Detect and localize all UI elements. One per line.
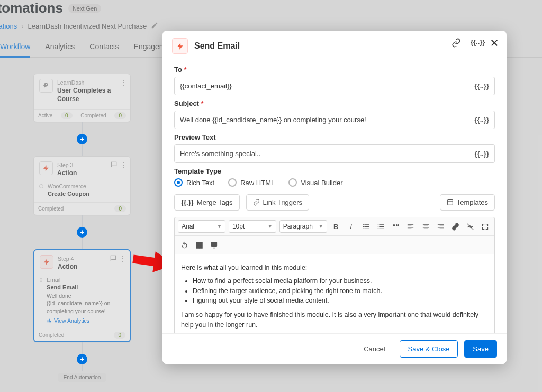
align-center-icon[interactable] [420,220,431,233]
template-type-label: Template Type [174,167,495,175]
body-para: I am so happy for you to have finished t… [181,310,488,330]
modal-title: Send Email [194,41,240,51]
to-label: To * [174,66,495,74]
svg-rect-2 [447,200,453,205]
to-input[interactable] [174,77,469,95]
font-size-select[interactable]: 10pt▼ [229,220,276,233]
table-icon[interactable] [193,239,205,251]
preview-text-input[interactable] [174,144,469,163]
subject-label: Subject * [174,99,495,107]
radio-raw-html[interactable]: Raw HTML [228,178,275,187]
radio-rich-text[interactable]: Rich Text [174,178,214,187]
merge-tags-button[interactable]: {{..}} [469,144,495,163]
link-icon[interactable] [449,220,461,233]
merge-tags-icon[interactable]: {{..}} [471,38,480,48]
cancel-button[interactable]: Cancel [356,340,393,358]
add-step-button[interactable]: + [77,354,87,364]
block-type-select[interactable]: Paragraph▼ [279,220,327,233]
quote-icon[interactable]: ““ [390,220,402,233]
modal-header: Send Email {{..}} [162,31,507,61]
fullscreen-icon[interactable] [480,220,491,233]
add-step-button[interactable]: + [77,134,87,144]
font-select[interactable]: Arial▼ [178,220,225,233]
templates-button[interactable]: Templates [440,194,495,211]
radio-icon [288,178,297,187]
numbered-list-icon[interactable] [375,220,386,233]
save-close-button[interactable]: Save & Close [400,340,458,358]
svg-rect-8 [211,242,216,246]
merge-tags-button[interactable]: {{..}} [469,77,495,95]
preview-label: Preview Text [174,133,495,141]
radio-visual-builder[interactable]: Visual Builder [288,178,342,187]
device-preview-icon[interactable] [207,239,220,251]
merge-tags-button[interactable]: {{.}}Merge Tags [174,194,240,211]
modal-footer: Cancel Save & Close Save [162,333,507,364]
save-button[interactable]: Save [464,340,497,358]
editor-toolbar: Arial▼ 10pt▼ Paragraph▼ B I ““ [174,217,495,254]
link-icon[interactable] [451,38,461,48]
radio-icon [228,178,237,187]
modal-body-scroll[interactable]: To * {{..}} Subject * {{..}} Preview Tex… [162,61,507,333]
body-bullet: How to find a perfect social media platf… [193,276,488,286]
align-right-icon[interactable] [435,220,446,233]
merge-tags-button[interactable]: {{..}} [469,111,495,129]
lightning-icon [172,38,188,54]
undo-icon[interactable] [178,239,191,251]
body-bullet: Defining the target audience, and pickin… [193,286,488,296]
send-email-modal: Send Email {{..}} To * {{..}} Subject * … [162,31,507,364]
email-editor-body[interactable]: Here is what all you learned in this mod… [174,254,495,333]
italic-icon[interactable]: I [345,220,357,233]
align-left-icon[interactable] [405,220,417,233]
body-bullet: Figuring out your style of social media … [193,296,488,306]
subject-input[interactable] [174,111,469,129]
radio-icon [174,178,183,187]
body-intro: Here is what all you learned in this mod… [181,263,488,273]
bullet-list-icon[interactable] [360,220,372,233]
unlink-icon[interactable] [465,220,476,233]
link-triggers-button[interactable]: Link Triggers [246,194,309,211]
close-icon[interactable] [490,38,499,48]
add-step-button[interactable]: + [77,227,87,238]
bold-icon[interactable]: B [330,220,342,233]
